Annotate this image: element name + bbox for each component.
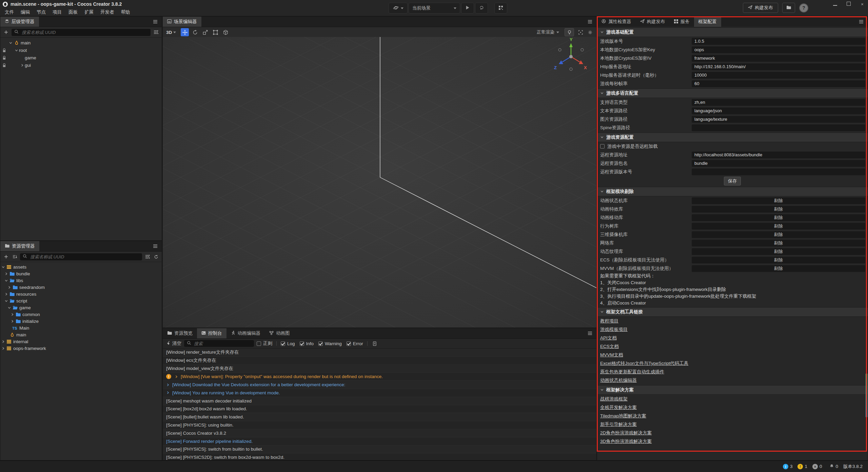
doc-link[interactable]: API文档 — [597, 334, 617, 342]
log-entry[interactable]: [Window] Download the Vue Devtools exten… — [163, 381, 596, 389]
lock-icon[interactable] — [0, 48, 8, 53]
create-node-button[interactable] — [3, 29, 9, 36]
remove-module-button[interactable]: 剔除 — [692, 214, 865, 221]
gizmo-space-button[interactable] — [221, 28, 230, 36]
console-search[interactable] — [184, 340, 254, 347]
asset-node-initialize[interactable]: initialize — [0, 318, 162, 324]
move-tool-button[interactable] — [181, 28, 189, 36]
qr-preview-button[interactable] — [494, 3, 507, 14]
remove-module-button[interactable]: 剔除 — [692, 231, 865, 238]
log-entry[interactable]: [Scene] [PHYSICS]: using builtin. — [163, 421, 596, 429]
doc-link[interactable]: 游戏模板项目 — [597, 325, 628, 334]
field-input[interactable] — [692, 152, 865, 158]
notification-badge[interactable]: 0 — [830, 464, 838, 469]
field-input[interactable] — [692, 169, 865, 175]
doc-link[interactable]: MVVM文档 — [597, 351, 623, 359]
preview-scene-select[interactable]: 当前场景 — [409, 3, 460, 14]
chevron-right-icon[interactable] — [6, 286, 12, 289]
log-entry[interactable]: [Scene] [box2d]:box2d wasm lib loaded. — [163, 405, 596, 413]
field-input[interactable] — [692, 124, 865, 131]
chevron-right-icon[interactable] — [166, 383, 170, 387]
tab-构建发布[interactable]: 构建发布 — [636, 17, 670, 27]
hierarchy-node-gui[interactable]: gui — [0, 61, 162, 69]
tab-控制台[interactable]: 控制台 — [197, 328, 226, 338]
asset-node-libs[interactable]: libs — [0, 277, 162, 284]
scene-frame-icon[interactable] — [577, 29, 584, 36]
collapse-log-icon[interactable] — [372, 340, 378, 347]
menu-item[interactable]: 扩展 — [81, 9, 97, 15]
hierarchy-search[interactable] — [12, 29, 151, 36]
chevron-down-icon[interactable] — [0, 265, 6, 269]
chevron-down-icon[interactable] — [14, 48, 19, 52]
chevron-right-icon[interactable] — [9, 319, 15, 323]
tab-资源预览[interactable]: 资源预览 — [163, 328, 197, 338]
chevron-down-icon[interactable] — [3, 299, 9, 303]
log-entry[interactable]: [Scene] [PHYSICS]: switch from builtin t… — [163, 446, 596, 454]
section-header[interactable]: 框架文档工具链接 — [597, 307, 868, 317]
log-entry[interactable]: [Window] model_view文件夹存在 — [163, 365, 596, 373]
section-header[interactable]: 框架解决方案 — [597, 385, 868, 395]
chevron-down-icon[interactable] — [6, 306, 12, 310]
build-publish-button[interactable]: 构建发布 — [743, 3, 778, 13]
field-input[interactable] — [692, 107, 865, 114]
save-button[interactable]: 保存 — [724, 177, 741, 185]
log-entry[interactable]: [Window] ecs文件夹存在 — [163, 357, 596, 365]
log-entry[interactable]: ![Window] [Vue warn]: Property "onInput"… — [163, 373, 596, 381]
chevron-down-icon[interactable] — [8, 41, 13, 45]
tab-assets[interactable]: 资源管理器 — [0, 241, 39, 251]
remote-load-checkbox[interactable]: 游戏中资源是否远程加载 — [597, 142, 868, 151]
tab-动画编辑器[interactable]: 动画编辑器 — [226, 328, 265, 338]
panel-menu-icon[interactable] — [587, 330, 593, 337]
field-input[interactable] — [692, 63, 865, 70]
chevron-right-icon[interactable] — [166, 391, 170, 394]
chevron-right-icon[interactable] — [3, 292, 9, 296]
panel-menu-icon[interactable] — [587, 18, 593, 25]
play-button[interactable] — [461, 3, 474, 14]
remove-module-button[interactable]: 剔除 — [692, 206, 865, 213]
chevron-right-icon[interactable] — [175, 375, 178, 378]
lock-icon[interactable] — [0, 63, 8, 67]
doc-link[interactable]: 动画状态机编辑器 — [597, 376, 637, 385]
console-search-input[interactable] — [193, 341, 251, 347]
warning-count-badge[interactable]: ! 1 — [797, 464, 807, 469]
log-entry[interactable]: [Window] render_texture文件夹存在 — [163, 349, 596, 357]
minimize-button[interactable] — [833, 2, 837, 7]
preview-target-button[interactable] — [389, 3, 408, 14]
remove-module-button[interactable]: 剔除 — [692, 197, 865, 204]
chevron-right-icon[interactable] — [9, 313, 15, 316]
hierarchy-node-game[interactable]: game — [0, 54, 162, 61]
doc-link[interactable]: 教程项目 — [597, 317, 618, 325]
asset-node-script[interactable]: script — [0, 297, 162, 304]
orientation-gizmo[interactable]: Y X Z — [554, 37, 587, 71]
field-input[interactable] — [692, 72, 865, 79]
field-input[interactable] — [692, 80, 865, 87]
doc-link[interactable]: 战棋游戏框架 — [597, 395, 628, 403]
filter-checkbox-Info[interactable]: Info — [300, 341, 314, 346]
chevron-right-icon[interactable] — [0, 340, 6, 343]
filter-checkbox-Log[interactable]: Log — [281, 341, 295, 346]
menu-item[interactable]: 开发者 — [97, 9, 118, 15]
filter-icon[interactable] — [153, 29, 159, 36]
menu-item[interactable]: 文件 — [1, 9, 17, 15]
tab-hierarchy[interactable]: 层级管理器 — [0, 17, 39, 27]
assets-search[interactable] — [20, 253, 142, 260]
maximize-button[interactable] — [846, 2, 851, 7]
filter-checkbox-Error[interactable]: Error — [347, 341, 363, 346]
doc-link[interactable]: 原生包热更新配置自动生成插件 — [597, 368, 664, 376]
section-header[interactable]: 游戏基础配置 — [597, 27, 868, 37]
log-entry[interactable]: [Window] You are running Vue in developm… — [163, 389, 596, 397]
asset-node-Main[interactable]: TSMain — [0, 324, 162, 331]
refresh-assets-icon[interactable] — [153, 253, 159, 260]
hierarchy-node-main[interactable]: main — [0, 39, 162, 46]
asset-node-oops-framework[interactable]: oops-framework — [0, 345, 162, 352]
chevron-right-icon[interactable] — [19, 63, 25, 67]
field-input[interactable] — [692, 116, 865, 123]
remove-module-button[interactable]: 剔除 — [692, 223, 865, 230]
chevron-right-icon[interactable] — [0, 347, 6, 350]
menu-item[interactable]: 面板 — [65, 9, 81, 15]
field-input[interactable] — [692, 55, 865, 62]
doc-link[interactable]: 3D角色扮演游戏解决方案 — [597, 437, 652, 446]
error-count-badge[interactable]: × 0 — [812, 464, 822, 469]
regex-checkbox[interactable]: 正则 — [257, 340, 272, 347]
doc-link[interactable]: 全栈开发解决方案 — [597, 403, 637, 412]
